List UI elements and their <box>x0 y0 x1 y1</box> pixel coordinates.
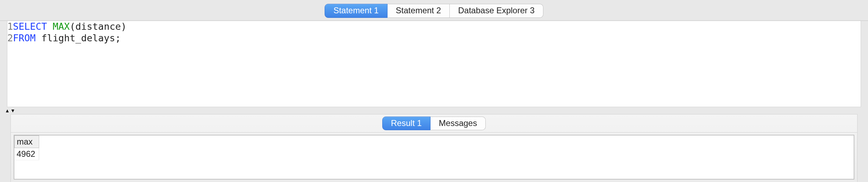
editor-tabs-bar: Statement 1 Statement 2 Database Explore… <box>0 0 868 21</box>
editor-tabs: Statement 1 Statement 2 Database Explore… <box>325 4 543 18</box>
tab-database-explorer[interactable]: Database Explorer 3 <box>450 4 543 18</box>
column-header[interactable]: max <box>15 136 39 148</box>
code-line: 2 FROM flight_delays; <box>7 33 861 44</box>
result-table: max 4962 <box>14 135 39 160</box>
collapse-up-icon[interactable]: ▲ <box>5 108 10 113</box>
line-number: 1 <box>7 21 13 33</box>
code-line: 1 SELECT MAX(distance) <box>7 21 861 33</box>
results-tabs: Result 1 Messages <box>382 117 486 131</box>
result-grid[interactable]: max 4962 <box>14 135 854 180</box>
cell-value: 4962 <box>15 148 39 160</box>
tab-statement-2[interactable]: Statement 2 <box>388 4 450 18</box>
line-number: 2 <box>7 33 13 44</box>
code-content: FROM flight_delays; <box>13 33 121 44</box>
collapse-down-icon[interactable]: ▼ <box>10 108 15 113</box>
tab-result-1[interactable]: Result 1 <box>382 117 431 131</box>
code-content: SELECT MAX(distance) <box>13 21 126 33</box>
results-panel: Result 1 Messages max 4962 <box>10 114 858 182</box>
table-row[interactable]: 4962 <box>15 148 39 160</box>
tab-statement-1[interactable]: Statement 1 <box>325 4 387 18</box>
sql-editor[interactable]: 1 SELECT MAX(distance) 2 FROM flight_del… <box>7 21 861 107</box>
tab-messages[interactable]: Messages <box>431 117 486 131</box>
table-header-row: max <box>15 136 39 148</box>
results-tabs-bar: Result 1 Messages <box>11 114 857 133</box>
splitter-handle[interactable]: ▲▼ <box>0 107 868 114</box>
